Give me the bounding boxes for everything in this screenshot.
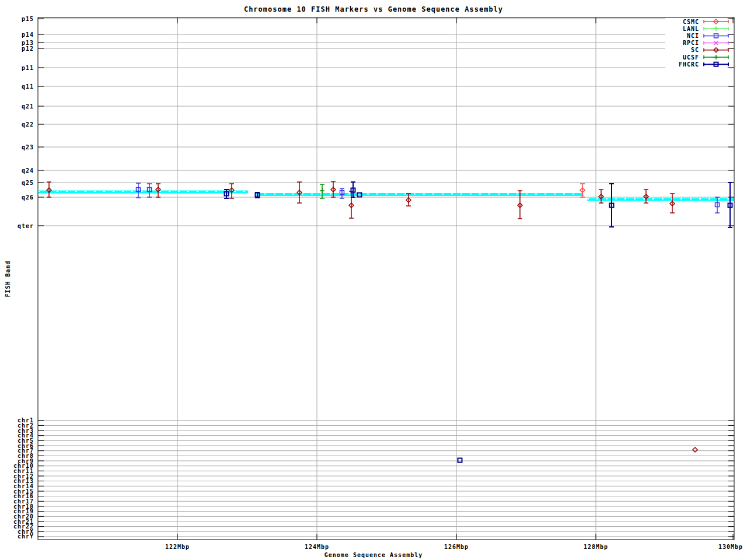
- band-tick-label: p15: [22, 16, 34, 22]
- band-tick-label: p11: [22, 65, 34, 71]
- mbp-tick-label: 126Mbp: [444, 544, 469, 550]
- band-tick-label: q25: [22, 180, 34, 186]
- band-tick-label: q23: [22, 144, 34, 150]
- band-tick-label: p14: [22, 32, 34, 38]
- band-tick-label: q21: [22, 103, 34, 110]
- legend-label: LANL: [683, 26, 699, 32]
- mbp-tick-label: 124Mbp: [305, 544, 329, 550]
- data-point-diamond: [693, 447, 697, 452]
- band-tick-label: q22: [22, 121, 34, 128]
- legend-label: SC: [691, 47, 699, 53]
- mbp-tick-label: 128Mbp: [584, 544, 608, 550]
- band-tick-label: q24: [22, 167, 34, 174]
- legend-label: FHCRC: [679, 61, 699, 68]
- mbp-tick-label: 130Mbp: [718, 544, 743, 550]
- chart-stage: Chromosome 10 FISH Markers vs Genome Seq…: [0, 0, 747, 560]
- band-tick-label: q11: [22, 83, 34, 90]
- legend-label: UCSF: [683, 54, 699, 61]
- legend-label: CSMC: [683, 19, 699, 25]
- band-tick-label: qter: [18, 223, 34, 229]
- band-tick-label: p12: [22, 46, 34, 52]
- legend-label: RPCI: [683, 40, 699, 46]
- band-tick-label: q26: [22, 194, 34, 201]
- mbp-tick-label: 122Mbp: [165, 544, 190, 550]
- plot-border: [38, 18, 734, 540]
- data-point-square: [458, 459, 462, 463]
- chart-canvas: p15p14p13p12p11q11q21q22q23q24q25q26qter…: [0, 0, 747, 560]
- band-tick-label: chrY: [18, 533, 34, 540]
- legend-label: NCI: [687, 33, 699, 39]
